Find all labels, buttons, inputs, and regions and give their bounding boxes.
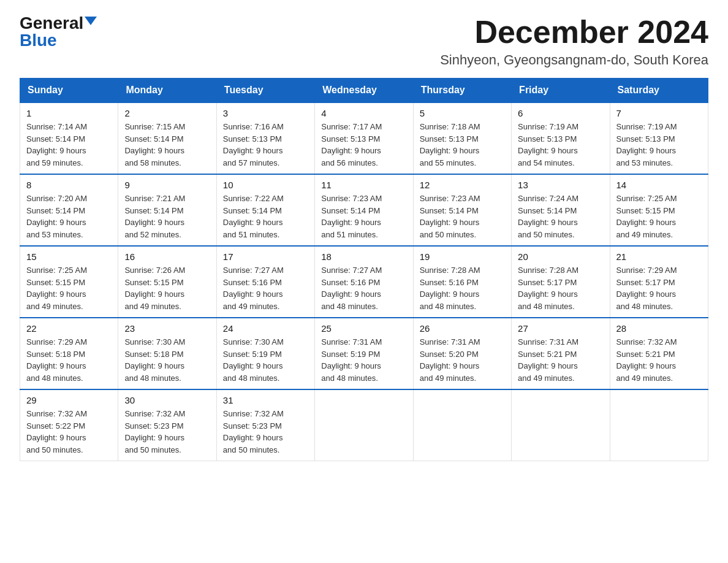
day-info: Sunrise: 7:19 AMSunset: 5:13 PMDaylight:…	[616, 122, 677, 167]
day-info: Sunrise: 7:18 AMSunset: 5:13 PMDaylight:…	[420, 122, 480, 167]
calendar-cell: 4 Sunrise: 7:17 AMSunset: 5:13 PMDayligh…	[315, 102, 413, 174]
calendar-cell: 22 Sunrise: 7:29 AMSunset: 5:18 PMDaylig…	[20, 318, 118, 389]
calendar-cell: 6 Sunrise: 7:19 AMSunset: 5:13 PMDayligh…	[512, 102, 610, 174]
week-row-1: 1 Sunrise: 7:14 AMSunset: 5:14 PMDayligh…	[20, 102, 708, 174]
calendar-cell: 1 Sunrise: 7:14 AMSunset: 5:14 PMDayligh…	[20, 102, 118, 174]
day-info: Sunrise: 7:32 AMSunset: 5:23 PMDaylight:…	[124, 409, 185, 454]
day-info: Sunrise: 7:20 AMSunset: 5:14 PMDaylight:…	[26, 194, 87, 239]
day-info: Sunrise: 7:25 AMSunset: 5:15 PMDaylight:…	[616, 194, 677, 239]
day-number: 10	[223, 180, 308, 190]
day-number: 3	[223, 108, 308, 118]
day-number: 18	[321, 251, 406, 262]
day-number: 27	[518, 323, 603, 334]
location-title: Sinhyeon, Gyeongsangnam-do, South Korea	[440, 52, 708, 68]
day-info: Sunrise: 7:32 AMSunset: 5:22 PMDaylight:…	[26, 409, 87, 454]
day-number: 31	[223, 395, 308, 405]
day-info: Sunrise: 7:27 AMSunset: 5:16 PMDaylight:…	[223, 266, 284, 311]
calendar-cell: 20 Sunrise: 7:28 AMSunset: 5:17 PMDaylig…	[512, 246, 610, 318]
month-title: December 2024	[440, 15, 708, 50]
day-info: Sunrise: 7:14 AMSunset: 5:14 PMDaylight:…	[26, 122, 87, 167]
calendar-cell: 16 Sunrise: 7:26 AMSunset: 5:15 PMDaylig…	[118, 246, 216, 318]
calendar-cell: 10 Sunrise: 7:22 AMSunset: 5:14 PMDaylig…	[216, 174, 314, 246]
calendar-cell: 21 Sunrise: 7:29 AMSunset: 5:17 PMDaylig…	[610, 246, 708, 318]
day-number: 24	[223, 323, 308, 334]
calendar-cell: 28 Sunrise: 7:32 AMSunset: 5:21 PMDaylig…	[610, 318, 708, 389]
day-info: Sunrise: 7:24 AMSunset: 5:14 PMDaylight:…	[518, 194, 578, 239]
calendar-cell	[315, 389, 413, 461]
day-info: Sunrise: 7:29 AMSunset: 5:17 PMDaylight:…	[616, 266, 677, 311]
day-info: Sunrise: 7:32 AMSunset: 5:21 PMDaylight:…	[616, 337, 677, 383]
day-info: Sunrise: 7:28 AMSunset: 5:17 PMDaylight:…	[518, 266, 578, 311]
day-info: Sunrise: 7:16 AMSunset: 5:13 PMDaylight:…	[223, 122, 284, 167]
page-header: General Blue December 2024 Sinhyeon, Gye…	[20, 15, 708, 68]
day-info: Sunrise: 7:28 AMSunset: 5:16 PMDaylight:…	[420, 266, 480, 311]
calendar-cell: 31 Sunrise: 7:32 AMSunset: 5:23 PMDaylig…	[216, 389, 314, 461]
day-number: 23	[124, 323, 210, 334]
day-info: Sunrise: 7:22 AMSunset: 5:14 PMDaylight:…	[223, 194, 284, 239]
day-number: 30	[124, 395, 210, 405]
day-number: 20	[518, 251, 603, 262]
day-number: 5	[420, 108, 505, 118]
day-number: 6	[518, 108, 603, 118]
weekday-header-wednesday: Wednesday	[315, 79, 413, 103]
logo-general-text: General	[20, 15, 83, 32]
logo: General Blue	[20, 15, 97, 49]
day-number: 21	[616, 251, 702, 262]
calendar-cell	[413, 389, 511, 461]
calendar-cell: 15 Sunrise: 7:25 AMSunset: 5:15 PMDaylig…	[20, 246, 118, 318]
day-info: Sunrise: 7:29 AMSunset: 5:18 PMDaylight:…	[26, 337, 87, 383]
weekday-header-sunday: Sunday	[20, 79, 118, 103]
day-number: 13	[518, 180, 603, 190]
day-info: Sunrise: 7:31 AMSunset: 5:19 PMDaylight:…	[321, 337, 382, 383]
day-number: 26	[420, 323, 505, 334]
week-row-2: 8 Sunrise: 7:20 AMSunset: 5:14 PMDayligh…	[20, 174, 708, 246]
calendar-cell: 30 Sunrise: 7:32 AMSunset: 5:23 PMDaylig…	[118, 389, 216, 461]
calendar-cell: 7 Sunrise: 7:19 AMSunset: 5:13 PMDayligh…	[610, 102, 708, 174]
calendar-cell: 3 Sunrise: 7:16 AMSunset: 5:13 PMDayligh…	[216, 102, 314, 174]
day-number: 12	[420, 180, 505, 190]
weekday-header-row: SundayMondayTuesdayWednesdayThursdayFrid…	[20, 79, 708, 103]
day-number: 22	[26, 323, 112, 334]
calendar-cell	[512, 389, 610, 461]
day-number: 14	[616, 180, 702, 190]
logo-blue-text: Blue	[20, 32, 57, 49]
day-number: 11	[321, 180, 406, 190]
day-number: 2	[124, 108, 210, 118]
week-row-4: 22 Sunrise: 7:29 AMSunset: 5:18 PMDaylig…	[20, 318, 708, 389]
calendar-cell: 25 Sunrise: 7:31 AMSunset: 5:19 PMDaylig…	[315, 318, 413, 389]
day-number: 8	[26, 180, 112, 190]
calendar-cell: 14 Sunrise: 7:25 AMSunset: 5:15 PMDaylig…	[610, 174, 708, 246]
day-number: 15	[26, 251, 112, 262]
logo-triangle-icon	[85, 17, 97, 25]
calendar-cell: 13 Sunrise: 7:24 AMSunset: 5:14 PMDaylig…	[512, 174, 610, 246]
calendar-cell: 5 Sunrise: 7:18 AMSunset: 5:13 PMDayligh…	[413, 102, 511, 174]
day-info: Sunrise: 7:25 AMSunset: 5:15 PMDaylight:…	[26, 266, 87, 311]
calendar-cell: 24 Sunrise: 7:30 AMSunset: 5:19 PMDaylig…	[216, 318, 314, 389]
calendar-cell: 26 Sunrise: 7:31 AMSunset: 5:20 PMDaylig…	[413, 318, 511, 389]
calendar-cell: 19 Sunrise: 7:28 AMSunset: 5:16 PMDaylig…	[413, 246, 511, 318]
day-number: 28	[616, 323, 702, 334]
day-number: 9	[124, 180, 210, 190]
calendar-cell: 8 Sunrise: 7:20 AMSunset: 5:14 PMDayligh…	[20, 174, 118, 246]
day-info: Sunrise: 7:31 AMSunset: 5:20 PMDaylight:…	[420, 337, 480, 383]
day-number: 29	[26, 395, 112, 405]
day-info: Sunrise: 7:26 AMSunset: 5:15 PMDaylight:…	[124, 266, 185, 311]
calendar-cell	[610, 389, 708, 461]
calendar-cell: 29 Sunrise: 7:32 AMSunset: 5:22 PMDaylig…	[20, 389, 118, 461]
day-info: Sunrise: 7:32 AMSunset: 5:23 PMDaylight:…	[223, 409, 284, 454]
day-number: 16	[124, 251, 210, 262]
calendar-cell: 23 Sunrise: 7:30 AMSunset: 5:18 PMDaylig…	[118, 318, 216, 389]
day-info: Sunrise: 7:27 AMSunset: 5:16 PMDaylight:…	[321, 266, 382, 311]
day-number: 25	[321, 323, 406, 334]
title-block: December 2024 Sinhyeon, Gyeongsangnam-do…	[440, 15, 708, 68]
weekday-header-tuesday: Tuesday	[216, 79, 314, 103]
day-info: Sunrise: 7:21 AMSunset: 5:14 PMDaylight:…	[124, 194, 185, 239]
day-info: Sunrise: 7:19 AMSunset: 5:13 PMDaylight:…	[518, 122, 578, 167]
week-row-5: 29 Sunrise: 7:32 AMSunset: 5:22 PMDaylig…	[20, 389, 708, 461]
day-info: Sunrise: 7:31 AMSunset: 5:21 PMDaylight:…	[518, 337, 578, 383]
calendar-cell: 2 Sunrise: 7:15 AMSunset: 5:14 PMDayligh…	[118, 102, 216, 174]
day-info: Sunrise: 7:15 AMSunset: 5:14 PMDaylight:…	[124, 122, 185, 167]
day-info: Sunrise: 7:17 AMSunset: 5:13 PMDaylight:…	[321, 122, 382, 167]
day-info: Sunrise: 7:30 AMSunset: 5:19 PMDaylight:…	[223, 337, 284, 383]
weekday-header-monday: Monday	[118, 79, 216, 103]
